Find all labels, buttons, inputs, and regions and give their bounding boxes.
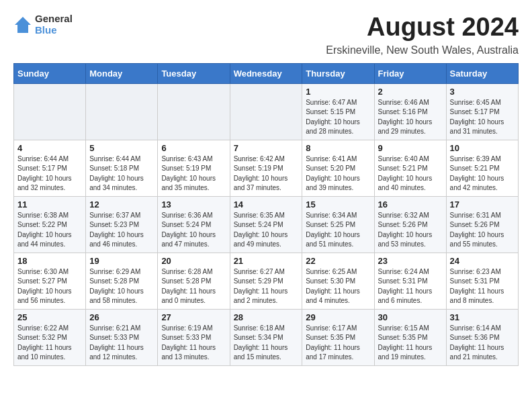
cell-content: Sunrise: 6:27 AMSunset: 5:29 PMDaylight:… xyxy=(234,267,299,306)
logo-container: General Blue xyxy=(13,13,73,36)
week-row-1: 1Sunrise: 6:47 AMSunset: 5:15 PMDaylight… xyxy=(14,83,519,140)
weekday-header-row: Sunday Monday Tuesday Wednesday Thursday… xyxy=(14,63,519,83)
table-cell: 17Sunrise: 6:31 AMSunset: 5:26 PMDayligh… xyxy=(446,196,518,253)
day-number: 10 xyxy=(450,143,515,153)
day-number: 18 xyxy=(17,256,82,266)
week-row-5: 25Sunrise: 6:22 AMSunset: 5:32 PMDayligh… xyxy=(14,309,519,365)
cell-content: Sunrise: 6:41 AMSunset: 5:20 PMDaylight:… xyxy=(306,154,370,193)
table-cell: 12Sunrise: 6:37 AMSunset: 5:23 PMDayligh… xyxy=(86,196,158,253)
day-number: 26 xyxy=(89,312,154,322)
cell-content: Sunrise: 6:32 AMSunset: 5:26 PMDaylight:… xyxy=(378,211,443,250)
cell-content: Sunrise: 6:30 AMSunset: 5:27 PMDaylight:… xyxy=(17,267,82,306)
day-number: 29 xyxy=(306,312,370,322)
table-cell: 31Sunrise: 6:14 AMSunset: 5:36 PMDayligh… xyxy=(446,309,518,365)
cell-content: Sunrise: 6:22 AMSunset: 5:32 PMDaylight:… xyxy=(17,324,82,363)
day-number: 23 xyxy=(378,256,443,266)
cell-content: Sunrise: 6:38 AMSunset: 5:22 PMDaylight:… xyxy=(17,211,82,250)
table-cell: 13Sunrise: 6:36 AMSunset: 5:24 PMDayligh… xyxy=(158,196,230,253)
cell-content: Sunrise: 6:18 AMSunset: 5:34 PMDaylight:… xyxy=(234,324,299,363)
table-cell: 18Sunrise: 6:30 AMSunset: 5:27 PMDayligh… xyxy=(14,253,86,309)
calendar: Sunday Monday Tuesday Wednesday Thursday… xyxy=(13,63,519,366)
cell-content: Sunrise: 6:21 AMSunset: 5:33 PMDaylight:… xyxy=(89,324,154,363)
cell-content: Sunrise: 6:44 AMSunset: 5:17 PMDaylight:… xyxy=(17,154,82,193)
logo-general-text: General xyxy=(35,13,73,25)
week-row-3: 11Sunrise: 6:38 AMSunset: 5:22 PMDayligh… xyxy=(14,196,519,253)
header-thursday: Thursday xyxy=(302,63,374,83)
cell-content: Sunrise: 6:34 AMSunset: 5:25 PMDaylight:… xyxy=(306,211,370,250)
table-cell: 26Sunrise: 6:21 AMSunset: 5:33 PMDayligh… xyxy=(86,309,158,365)
cell-content: Sunrise: 6:23 AMSunset: 5:31 PMDaylight:… xyxy=(450,267,515,306)
day-number: 17 xyxy=(450,199,515,210)
table-cell: 7Sunrise: 6:42 AMSunset: 5:19 PMDaylight… xyxy=(230,140,302,196)
table-cell: 6Sunrise: 6:43 AMSunset: 5:19 PMDaylight… xyxy=(158,140,230,196)
cell-content: Sunrise: 6:29 AMSunset: 5:28 PMDaylight:… xyxy=(89,267,154,306)
cell-content: Sunrise: 6:42 AMSunset: 5:19 PMDaylight:… xyxy=(234,154,299,193)
table-cell: 30Sunrise: 6:15 AMSunset: 5:35 PMDayligh… xyxy=(374,309,446,365)
header-saturday: Saturday xyxy=(446,63,518,83)
cell-content: Sunrise: 6:25 AMSunset: 5:30 PMDaylight:… xyxy=(306,267,370,306)
title-block: August 2024 Erskineville, New South Wale… xyxy=(326,13,519,56)
cell-content: Sunrise: 6:31 AMSunset: 5:26 PMDaylight:… xyxy=(450,211,515,250)
cell-content: Sunrise: 6:39 AMSunset: 5:21 PMDaylight:… xyxy=(450,154,515,193)
table-cell: 1Sunrise: 6:47 AMSunset: 5:15 PMDaylight… xyxy=(302,83,374,140)
week-row-2: 4Sunrise: 6:44 AMSunset: 5:17 PMDaylight… xyxy=(14,140,519,196)
location: Erskineville, New South Wales, Australia xyxy=(326,44,519,56)
day-number: 1 xyxy=(306,87,370,97)
table-cell: 22Sunrise: 6:25 AMSunset: 5:30 PMDayligh… xyxy=(302,253,374,309)
day-number: 15 xyxy=(306,199,370,210)
table-cell xyxy=(230,83,302,140)
table-cell xyxy=(14,83,86,140)
table-cell: 9Sunrise: 6:40 AMSunset: 5:21 PMDaylight… xyxy=(374,140,446,196)
header-tuesday: Tuesday xyxy=(158,63,230,83)
table-cell: 23Sunrise: 6:24 AMSunset: 5:31 PMDayligh… xyxy=(374,253,446,309)
day-number: 20 xyxy=(161,256,226,266)
table-cell xyxy=(86,83,158,140)
cell-content: Sunrise: 6:35 AMSunset: 5:24 PMDaylight:… xyxy=(234,211,299,250)
day-number: 16 xyxy=(378,199,443,210)
day-number: 8 xyxy=(306,143,370,153)
table-cell xyxy=(158,83,230,140)
logo-icon xyxy=(13,15,32,34)
day-number: 5 xyxy=(89,143,154,153)
day-number: 21 xyxy=(234,256,299,266)
day-number: 28 xyxy=(234,312,299,322)
day-number: 24 xyxy=(450,256,515,266)
table-cell: 19Sunrise: 6:29 AMSunset: 5:28 PMDayligh… xyxy=(86,253,158,309)
table-cell: 29Sunrise: 6:17 AMSunset: 5:35 PMDayligh… xyxy=(302,309,374,365)
cell-content: Sunrise: 6:46 AMSunset: 5:16 PMDaylight:… xyxy=(378,98,443,137)
day-number: 9 xyxy=(378,143,443,153)
header-sunday: Sunday xyxy=(14,63,86,83)
table-cell: 27Sunrise: 6:19 AMSunset: 5:33 PMDayligh… xyxy=(158,309,230,365)
cell-content: Sunrise: 6:36 AMSunset: 5:24 PMDaylight:… xyxy=(161,211,226,250)
svg-marker-0 xyxy=(15,17,31,33)
cell-content: Sunrise: 6:28 AMSunset: 5:28 PMDaylight:… xyxy=(161,267,226,306)
table-cell: 25Sunrise: 6:22 AMSunset: 5:32 PMDayligh… xyxy=(14,309,86,365)
table-cell: 15Sunrise: 6:34 AMSunset: 5:25 PMDayligh… xyxy=(302,196,374,253)
day-number: 11 xyxy=(17,199,82,210)
table-cell: 5Sunrise: 6:44 AMSunset: 5:18 PMDaylight… xyxy=(86,140,158,196)
day-number: 7 xyxy=(234,143,299,153)
week-row-4: 18Sunrise: 6:30 AMSunset: 5:27 PMDayligh… xyxy=(14,253,519,309)
table-cell: 28Sunrise: 6:18 AMSunset: 5:34 PMDayligh… xyxy=(230,309,302,365)
day-number: 25 xyxy=(17,312,82,322)
cell-content: Sunrise: 6:15 AMSunset: 5:35 PMDaylight:… xyxy=(378,324,443,363)
cell-content: Sunrise: 6:37 AMSunset: 5:23 PMDaylight:… xyxy=(89,211,154,250)
table-cell: 10Sunrise: 6:39 AMSunset: 5:21 PMDayligh… xyxy=(446,140,518,196)
table-cell: 21Sunrise: 6:27 AMSunset: 5:29 PMDayligh… xyxy=(230,253,302,309)
header-monday: Monday xyxy=(86,63,158,83)
cell-content: Sunrise: 6:45 AMSunset: 5:17 PMDaylight:… xyxy=(450,98,515,137)
table-cell: 16Sunrise: 6:32 AMSunset: 5:26 PMDayligh… xyxy=(374,196,446,253)
day-number: 6 xyxy=(161,143,226,153)
cell-content: Sunrise: 6:17 AMSunset: 5:35 PMDaylight:… xyxy=(306,324,370,363)
table-cell: 24Sunrise: 6:23 AMSunset: 5:31 PMDayligh… xyxy=(446,253,518,309)
table-cell: 20Sunrise: 6:28 AMSunset: 5:28 PMDayligh… xyxy=(158,253,230,309)
day-number: 3 xyxy=(450,87,515,97)
day-number: 4 xyxy=(17,143,82,153)
day-number: 31 xyxy=(450,312,515,322)
day-number: 2 xyxy=(378,87,443,97)
header: General Blue August 2024 Erskineville, N… xyxy=(13,13,519,56)
table-cell: 11Sunrise: 6:38 AMSunset: 5:22 PMDayligh… xyxy=(14,196,86,253)
table-cell: 4Sunrise: 6:44 AMSunset: 5:17 PMDaylight… xyxy=(14,140,86,196)
header-friday: Friday xyxy=(374,63,446,83)
cell-content: Sunrise: 6:47 AMSunset: 5:15 PMDaylight:… xyxy=(306,98,370,137)
